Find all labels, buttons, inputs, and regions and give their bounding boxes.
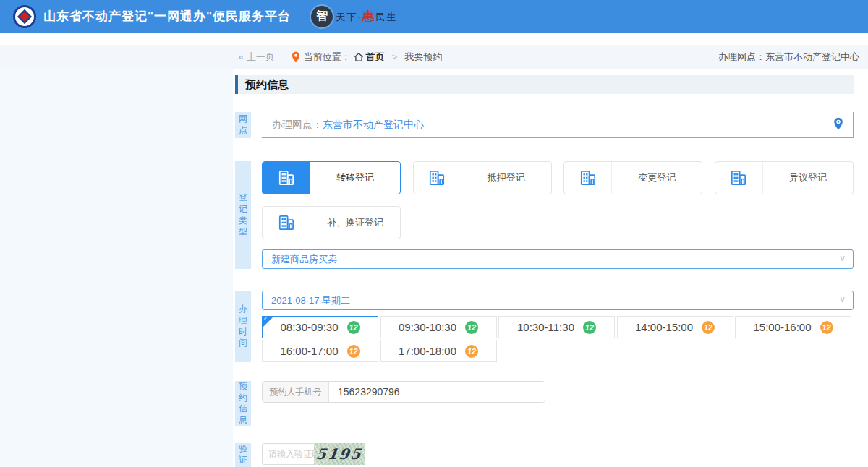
time-slot-1030[interactable]: 10:30-11:30 12 (498, 316, 615, 338)
main-content: 预约信息 网点 办理网点： 东营市不动产登记中心 登记类型 (235, 75, 854, 467)
reg-type-objection-button[interactable]: 异议登记 (715, 161, 854, 194)
slot-count-badge: 12 (347, 321, 360, 334)
date-dropdown-value: 2021-08-17 星期二 (271, 294, 350, 307)
logo-core-shape (17, 9, 32, 24)
current-page-crumb: 我要预约 (404, 51, 442, 64)
registration-type-section: 登记类型 转移登记 抵押登记 (235, 161, 854, 269)
phone-input-group: 预约人手机号 (262, 381, 545, 403)
building-icon (715, 162, 763, 194)
captcha-image[interactable]: 5195 (314, 443, 365, 465)
left-background-panel (0, 69, 233, 467)
date-dropdown[interactable]: 2021-08-17 星期二 ∨ (262, 291, 854, 310)
captcha-section: 验证码 5195 (235, 443, 854, 467)
time-slot-list: 08:30-09:30 12 09:30-10:30 12 10:30-11:3… (262, 316, 854, 362)
reg-type-label: 抵押登记 (461, 162, 551, 194)
slogan-tianxia: 天下 (336, 12, 357, 22)
contact-badge: 预约信息 (235, 381, 251, 426)
time-slot-0830[interactable]: 08:30-09:30 12 (262, 316, 378, 338)
building-icon (564, 162, 612, 194)
schedule-content: 2021-08-17 星期二 ∨ 08:30-09:30 12 09:30-10… (262, 291, 854, 362)
map-pin-icon[interactable] (833, 117, 844, 130)
slot-time-label: 14:00-15:00 (635, 321, 693, 333)
chevron-down-icon: ∨ (839, 294, 846, 304)
phone-label: 预约人手机号 (263, 382, 329, 402)
back-link[interactable]: « 上一页 (239, 51, 275, 64)
slot-count-badge: 12 (465, 345, 478, 358)
app-header: 山东省不动产登记"一网通办"便民服务平台 智 天下·惠民生 (0, 0, 868, 33)
subtype-dropdown-value: 新建商品房买卖 (271, 253, 337, 266)
office-info-label: 办理网点： (718, 51, 765, 62)
slot-time-label: 09:30-10:30 (399, 321, 456, 333)
registration-type-options-row2: 补、换证登记 (262, 206, 854, 239)
page: 山东省不动产登记"一网通办"便民服务平台 智 天下·惠民生 « 上一页 当前位置… (0, 0, 868, 467)
slot-count-badge: 12 (583, 321, 596, 334)
reg-type-transfer-button[interactable]: 转移登记 (262, 161, 401, 194)
outlet-badge: 网点 (235, 112, 251, 138)
slogan-logo: 智 天下·惠民生 (311, 6, 397, 27)
captcha-wrap: 5195 (262, 443, 365, 465)
captcha-badge: 验证码 (235, 443, 251, 467)
contact-section: 预约信息 预约人手机号 (235, 381, 854, 426)
building-icon (263, 207, 310, 239)
contact-content: 预约人手机号 (262, 381, 854, 426)
slogan-hui: 惠 (362, 9, 375, 23)
slot-time-label: 16:00-17:00 (280, 345, 338, 357)
office-info: 办理网点：东营市不动产登记中心 (718, 51, 859, 64)
location-pin-icon (291, 51, 301, 63)
slogan-zhi-seal-icon: 智 (311, 6, 333, 27)
subtype-dropdown[interactable]: 新建商品房买卖 ∨ (262, 249, 854, 269)
reg-type-change-button[interactable]: 变更登记 (563, 161, 702, 194)
home-link[interactable]: 首页 (366, 51, 385, 64)
chevron-down-icon: ∨ (839, 253, 846, 263)
slot-count-badge: 12 (702, 321, 715, 334)
captcha-code-text: 5195 (315, 445, 363, 463)
slot-time-label: 10:30-11:30 (517, 321, 574, 333)
slot-count-badge: 12 (820, 321, 833, 334)
slot-count-badge: 12 (347, 345, 360, 358)
reg-type-mortgage-button[interactable]: 抵押登记 (413, 161, 552, 194)
schedule-badge: 办理时间 (235, 291, 251, 362)
outlet-field[interactable]: 办理网点： 东营市不动产登记中心 (262, 112, 854, 138)
schedule-section: 办理时间 2021-08-17 星期二 ∨ 08:30-09:30 12 09:… (235, 291, 854, 362)
time-slot-1600[interactable]: 16:00-17:00 12 (262, 340, 378, 362)
slot-count-badge: 12 (465, 321, 478, 334)
platform-logo-icon (13, 5, 36, 28)
outlet-content: 办理网点： 东营市不动产登记中心 (262, 112, 854, 138)
building-icon (414, 162, 461, 194)
outlet-field-label: 办理网点： (272, 119, 323, 132)
time-slot-1700[interactable]: 17:00-18:00 12 (380, 340, 497, 362)
reg-type-label: 异议登记 (763, 162, 853, 194)
app-title: 山东省不动产登记"一网通办"便民服务平台 (43, 8, 291, 25)
page-title: 预约信息 (235, 75, 854, 94)
current-location-label: 当前位置： (304, 51, 351, 64)
office-info-value: 东营市不动产登记中心 (765, 51, 859, 62)
reg-type-label: 补、换证登记 (310, 207, 400, 239)
outlet-field-value: 东营市不动产登记中心 (323, 119, 424, 132)
slot-time-label: 08:30-09:30 (280, 321, 338, 333)
registration-type-options: 转移登记 抵押登记 变更登记 (262, 161, 854, 194)
registration-type-content: 转移登记 抵押登记 变更登记 (262, 161, 854, 269)
breadcrumb-separator: > (392, 51, 398, 62)
slogan-text: 天下·惠民生 (336, 8, 397, 25)
registration-type-badge: 登记类型 (235, 161, 251, 269)
time-slot-1400[interactable]: 14:00-15:00 12 (617, 316, 733, 338)
home-icon (354, 52, 364, 62)
time-slot-0930[interactable]: 09:30-10:30 12 (380, 316, 497, 338)
captcha-content: 5195 (262, 443, 854, 467)
breadcrumb: « 上一页 当前位置： 首页 > 我要预约 办理网点：东营市不动产登记中心 (0, 45, 868, 69)
reg-type-label: 转移登记 (310, 162, 400, 194)
slot-time-label: 15:00-16:00 (753, 321, 811, 333)
time-slot-1500[interactable]: 15:00-16:00 12 (735, 316, 851, 338)
slot-time-label: 17:00-18:00 (399, 345, 456, 357)
phone-input[interactable] (329, 382, 545, 402)
slogan-minsheng: 民生 (375, 12, 397, 22)
reg-type-label: 变更登记 (612, 162, 702, 194)
reg-type-reissue-button[interactable]: 补、换证登记 (262, 206, 401, 239)
outlet-section: 网点 办理网点： 东营市不动产登记中心 (235, 112, 854, 138)
building-icon (263, 162, 310, 194)
